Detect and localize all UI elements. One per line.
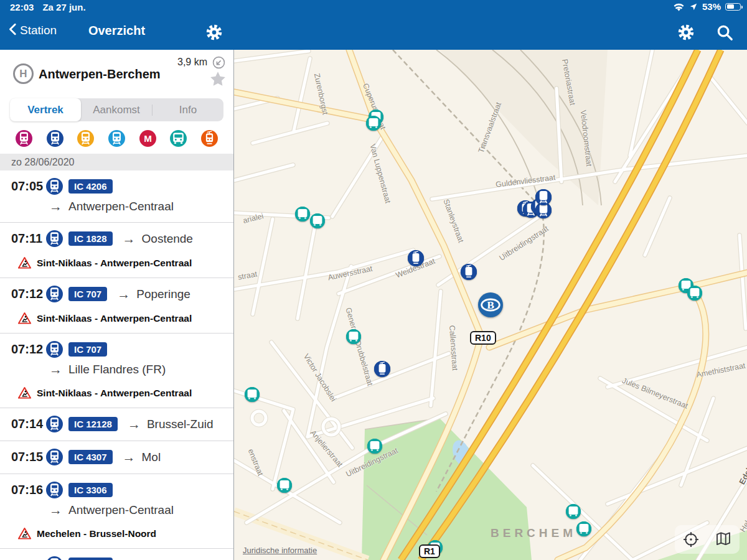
map-marker-bus-stop[interactable] <box>366 116 381 131</box>
status-date: Za 27 jun. <box>42 2 85 12</box>
destination: Poperinge <box>136 287 190 301</box>
train-icon <box>46 286 63 302</box>
departure-row[interactable]: 07:12 IC 707→ Poperinge Sint-Niklaas - A… <box>0 278 233 334</box>
train-id-badge: IC 3306 <box>68 483 113 497</box>
nmbs-station-app: 22:03 Za 27 jun. 53% Station <box>0 0 747 560</box>
train-icon <box>46 449 63 465</box>
locate-crosshair-icon[interactable] <box>682 530 700 549</box>
map-marker-bus-stop[interactable] <box>687 286 702 301</box>
departure-row[interactable]: 07:16 IC 3306 → Antwerpen-Centraal Meche… <box>0 474 233 549</box>
tab-aankomst[interactable]: Aankomst <box>81 98 152 121</box>
nav-bar: Station Overzicht <box>0 15 747 50</box>
roadworks-warning-icon <box>17 256 32 270</box>
page-title: Overzicht <box>0 24 233 38</box>
disruption-row: Mechelen - Brussel-Noord <box>0 526 233 541</box>
map-marker-bus-stop[interactable] <box>295 207 310 222</box>
departure-row[interactable]: 07:15 IC 4307→ Mol <box>0 441 233 474</box>
disruption-row: Sint-Niklaas - Antwerpen-Centraal <box>0 386 233 400</box>
disruption-text: Sint-Niklaas - Antwerpen-Centraal <box>37 313 192 324</box>
departure-time: 07:14 <box>11 417 46 431</box>
map-marker-bus-stop[interactable] <box>277 478 292 493</box>
transport-filter-row: M <box>0 130 233 147</box>
tab-bar: Vertrek Aankomst Info <box>10 98 223 121</box>
tab-vertrek[interactable]: Vertrek <box>10 98 81 121</box>
arrow-icon: → <box>117 287 130 302</box>
map-marker-bus-stop[interactable] <box>576 521 591 536</box>
road-number-badge: R10 <box>470 331 496 345</box>
station-name: Antwerpen-Berchem <box>39 67 161 82</box>
filter-s-train-icon[interactable] <box>77 130 94 147</box>
disruption-text: Sint-Niklaas - Antwerpen-Centraal <box>37 258 192 269</box>
disruption-row: Sint-Niklaas - Antwerpen-Centraal <box>0 256 233 270</box>
station-type-icon: H <box>13 63 34 84</box>
train-icon <box>46 230 63 247</box>
arrow-icon: → <box>128 417 141 432</box>
station-header: H Antwerpen-Berchem 3,9 km <box>0 50 233 96</box>
wifi-icon <box>673 2 685 11</box>
roadworks-warning-icon <box>17 311 32 325</box>
map-marker-train-stop[interactable] <box>535 189 552 205</box>
departure-row[interactable]: 07:14 IC 12128→ Brussel-Zuid <box>0 408 233 441</box>
departure-row[interactable]: 07:05 IC 4206 → Antwerpen-Centraal <box>0 170 233 223</box>
disruption-text: Mechelen - Brussel-Noord <box>37 528 156 539</box>
filter-highspeed-train-icon[interactable] <box>16 130 32 147</box>
arrow-icon: → <box>49 362 62 377</box>
train-id-badge: IC 4307 <box>68 450 113 464</box>
map-marker-bus-stop[interactable] <box>566 504 581 519</box>
departure-row[interactable]: 07:20 IC 2627 <box>0 549 233 560</box>
departure-time: 07:12 <box>11 342 46 357</box>
filter-tram-icon[interactable] <box>201 130 218 147</box>
legal-info-link[interactable]: Juridische informatie <box>243 546 317 555</box>
folded-map-icon[interactable] <box>714 530 733 549</box>
destination: Brussel-Zuid <box>147 418 214 431</box>
arrow-icon: → <box>49 503 62 518</box>
train-icon <box>46 416 63 432</box>
disruption-text: Sint-Niklaas - Antwerpen-Centraal <box>37 388 192 399</box>
destination: Mol <box>142 450 161 464</box>
filter-local-train-icon[interactable] <box>108 130 125 147</box>
map-marker-bus-stop[interactable] <box>367 439 382 454</box>
train-icon <box>46 556 63 560</box>
map-marker-tram-stop[interactable] <box>408 250 424 266</box>
map-marker-blogo-station[interactable]: B <box>478 292 503 317</box>
departure-time: 07:20 <box>11 558 46 560</box>
map-marker-tram-stop[interactable] <box>461 264 477 280</box>
favorite-star-icon[interactable] <box>209 70 227 88</box>
filter-ic-train-icon[interactable] <box>47 130 63 147</box>
battery-percent: 53% <box>702 1 721 12</box>
train-id-badge: IC 12128 <box>68 417 118 431</box>
train-icon <box>46 482 63 498</box>
top-bar: 22:03 Za 27 jun. 53% Station <box>0 0 747 50</box>
settings-gear-icon[interactable] <box>205 23 223 42</box>
departure-time: 07:05 <box>11 179 46 194</box>
train-id-badge: IC 2627 <box>68 558 113 560</box>
svg-text:B: B <box>487 299 494 311</box>
map-marker-bus-stop[interactable] <box>346 329 361 344</box>
map-marker-bus-stop[interactable] <box>310 213 325 228</box>
search-icon[interactable] <box>715 23 734 42</box>
departure-row[interactable]: 07:11 IC 1828→ Oostende Sint-Niklaas - A… <box>0 223 233 278</box>
tab-info[interactable]: Info <box>153 98 223 121</box>
roadworks-warning-icon <box>17 386 32 400</box>
departure-time: 07:15 <box>11 450 46 464</box>
arrow-icon: → <box>123 231 136 246</box>
map-settings-gear-icon[interactable] <box>677 23 695 42</box>
train-icon <box>46 341 63 358</box>
destination: Antwerpen-Centraal <box>68 503 174 517</box>
map-canvas[interactable]: PretoriastraatCuperusstraatZurenborgstTr… <box>233 50 747 560</box>
map-marker-bus-stop[interactable] <box>245 387 260 402</box>
train-id-badge: IC 4206 <box>68 179 113 194</box>
filter-bus-icon[interactable] <box>170 130 187 147</box>
date-header: zo 28/06/2020 <box>0 154 233 170</box>
train-id-badge: IC 707 <box>68 342 107 357</box>
destination: Lille Flandres (FR) <box>68 363 166 376</box>
train-id-badge: IC 707 <box>68 287 107 301</box>
arrow-icon: → <box>49 199 62 214</box>
departure-time: 07:12 <box>11 287 46 301</box>
status-time: 22:03 <box>10 2 34 12</box>
map-marker-tram-stop[interactable] <box>374 361 390 377</box>
departure-row[interactable]: 07:12 IC 707 → Lille Flandres (FR) Sint-… <box>0 334 233 408</box>
filter-metro-icon[interactable]: M <box>139 130 156 147</box>
destination: Oostende <box>142 232 193 246</box>
train-icon <box>46 178 63 195</box>
